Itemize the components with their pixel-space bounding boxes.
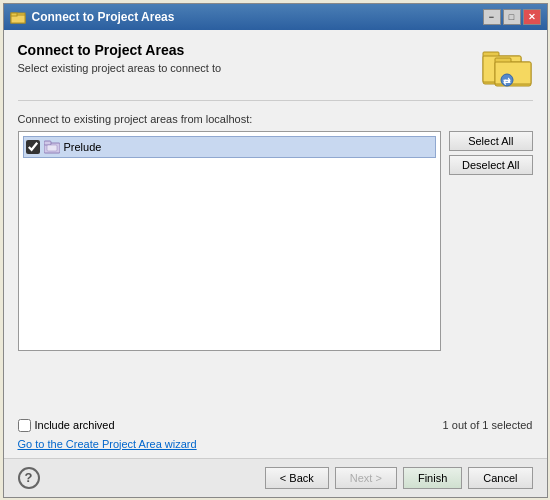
svg-rect-13 — [47, 145, 57, 151]
window-controls: − □ ✕ — [483, 9, 541, 25]
dialog-footer: ? < Back Next > Finish Cancel — [4, 458, 547, 497]
wizard-link[interactable]: Go to the Create Project Area wizard — [18, 438, 533, 450]
maximize-button[interactable]: □ — [503, 9, 521, 25]
header-section: Connect to Project Areas Select existing… — [18, 42, 533, 101]
header-text: Connect to Project Areas Select existing… — [18, 42, 222, 74]
back-button[interactable]: < Back — [265, 467, 329, 489]
project-areas-list[interactable]: Prelude — [18, 131, 442, 351]
side-buttons: Select All Deselect All — [449, 131, 532, 411]
finish-button[interactable]: Finish — [403, 467, 462, 489]
include-archived-checkbox[interactable] — [18, 419, 31, 432]
cancel-button[interactable]: Cancel — [468, 467, 532, 489]
footer-left: ? — [18, 467, 40, 489]
footer-buttons: < Back Next > Finish Cancel — [265, 467, 533, 489]
item-checkbox[interactable] — [26, 140, 40, 154]
list-item[interactable]: Prelude — [23, 136, 437, 158]
dialog-subtitle: Select existing project areas to connect… — [18, 62, 222, 74]
help-button[interactable]: ? — [18, 467, 40, 489]
header-icon: ⇄ — [481, 42, 533, 90]
section-label: Connect to existing project areas from l… — [18, 113, 533, 125]
select-all-button[interactable]: Select All — [449, 131, 532, 151]
item-label: Prelude — [64, 141, 102, 153]
include-archived-label: Include archived — [35, 419, 115, 431]
next-button[interactable]: Next > — [335, 467, 397, 489]
minimize-button[interactable]: − — [483, 9, 501, 25]
close-button[interactable]: ✕ — [523, 9, 541, 25]
footer-options: Include archived 1 out of 1 selected — [18, 419, 533, 432]
dialog-title: Connect to Project Areas — [18, 42, 222, 58]
dialog-content: Connect to Project Areas Select existing… — [4, 30, 547, 458]
main-window: Connect to Project Areas − □ ✕ Connect t… — [3, 3, 548, 498]
selected-count: 1 out of 1 selected — [443, 419, 533, 431]
title-bar: Connect to Project Areas − □ ✕ — [4, 4, 547, 30]
window-title: Connect to Project Areas — [32, 10, 477, 24]
list-area: Prelude Select All Deselect All — [18, 131, 533, 411]
svg-text:⇄: ⇄ — [503, 76, 511, 86]
svg-rect-12 — [44, 141, 51, 145]
window-icon — [10, 9, 26, 25]
include-archived-option: Include archived — [18, 419, 115, 432]
svg-rect-2 — [11, 13, 17, 16]
project-area-icon — [44, 139, 60, 155]
deselect-all-button[interactable]: Deselect All — [449, 155, 532, 175]
